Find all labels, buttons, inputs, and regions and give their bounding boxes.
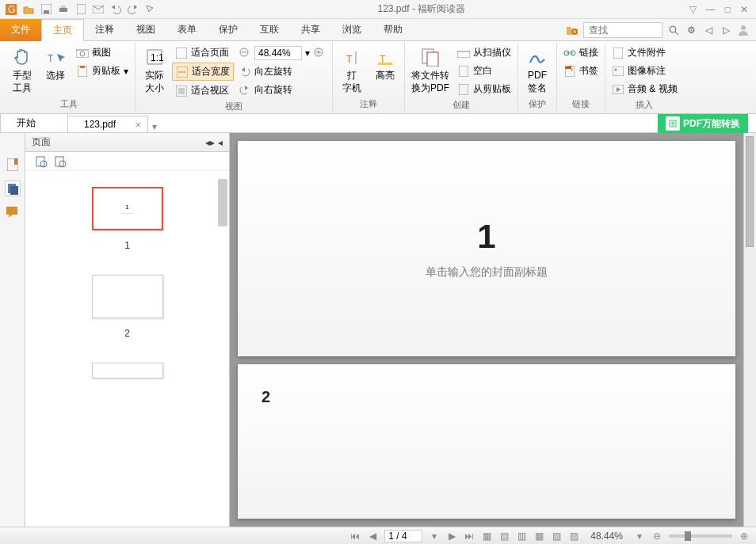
zoom-slider[interactable] — [669, 534, 732, 538]
page-icon[interactable] — [74, 3, 87, 16]
zoom-out-icon[interactable] — [239, 47, 251, 59]
tab-comment[interactable]: 注释 — [84, 19, 125, 41]
zoom-dropdown-icon[interactable]: ▾ — [305, 48, 310, 59]
zoom-in-status-icon[interactable]: ⊕ — [739, 531, 750, 542]
highlight-icon: T — [374, 46, 396, 68]
doctab-doc[interactable]: 123.pdf× — [67, 116, 148, 132]
first-page-icon[interactable]: ⏮ — [349, 531, 361, 542]
comments-panel-icon[interactable] — [5, 204, 21, 220]
open-icon[interactable] — [22, 3, 35, 16]
status-zoom-value: 48.44% — [590, 531, 623, 542]
thumbnail-2[interactable] — [92, 275, 163, 318]
fit-page-button[interactable]: 适合页面 — [172, 44, 234, 61]
search-icon[interactable] — [667, 24, 680, 36]
bookmarks-panel-icon[interactable] — [5, 157, 21, 173]
layout6-icon[interactable]: ▨ — [568, 531, 579, 542]
thumbs-zoom2-icon[interactable] — [54, 155, 67, 168]
thumbs-scrollbar[interactable] — [218, 179, 227, 226]
doctab-start[interactable]: 开始 — [0, 113, 68, 132]
rotate-left-button[interactable]: 向左旋转 — [235, 63, 329, 80]
vertical-scrollbar[interactable] — [743, 133, 756, 527]
minimize-icon[interactable]: ― — [706, 4, 716, 15]
nav-next-icon[interactable]: ▷ — [720, 24, 732, 36]
pdf-convert-banner[interactable]: PDF万能转换 — [658, 114, 748, 133]
print-icon[interactable] — [57, 3, 70, 16]
layout4-icon[interactable]: ▦ — [533, 531, 544, 542]
layout3-icon[interactable]: ▥ — [516, 531, 527, 542]
screenshot-button[interactable]: 截图 — [73, 44, 132, 61]
email-icon[interactable] — [92, 3, 105, 16]
convert-pdf-button[interactable]: 将文件转 换为PDF — [408, 44, 452, 96]
group-tools-label: 工具 — [6, 97, 132, 110]
tab-browse[interactable]: 浏览 — [331, 19, 372, 41]
tab-close-icon[interactable]: × — [136, 120, 141, 131]
link-label: 链接 — [579, 46, 598, 59]
next-page-icon[interactable]: ▶ — [446, 531, 457, 542]
blank-button[interactable]: 空白 — [454, 63, 514, 79]
image-annot-button[interactable]: 图像标注 — [609, 63, 681, 79]
rotate-right-button[interactable]: 向右旋转 — [235, 82, 329, 98]
thumbs-zoom-icon[interactable] — [35, 155, 48, 168]
panel-menu-icon[interactable]: ◂▸ — [205, 137, 215, 148]
document-viewer[interactable]: 1 单击输入您的封面副标题 2 — [230, 133, 743, 527]
page-number-input[interactable] — [384, 530, 422, 542]
thumbnail-1[interactable]: 1———— — [92, 187, 163, 230]
user-icon[interactable] — [737, 24, 750, 36]
cursor-dropdown-icon[interactable] — [144, 3, 157, 16]
typewriter-button[interactable]: T 打 字机 — [336, 44, 368, 96]
fit-visible-button[interactable]: 适合视区 — [172, 82, 234, 99]
fit-width-button[interactable]: 适合宽度 — [172, 63, 234, 81]
layout5-icon[interactable]: ▧ — [551, 531, 562, 542]
gear-icon[interactable]: ⚙ — [685, 24, 697, 36]
select-tool-button[interactable]: T 选择 — [40, 44, 71, 84]
tab-help[interactable]: 帮助 — [372, 19, 414, 41]
av-icon — [612, 83, 624, 96]
ribbon-toggle-icon[interactable]: ▽ — [689, 4, 697, 15]
attach-button[interactable]: 文件附件 — [609, 44, 681, 61]
zoom-slider-thumb[interactable] — [685, 531, 691, 541]
nav-prev-icon[interactable]: ◁ — [702, 24, 715, 36]
clipboard-label: 剪贴板 — [92, 64, 120, 78]
folder-search-icon[interactable] — [566, 24, 578, 36]
page-dropdown-icon[interactable]: ▾ — [429, 531, 440, 542]
clipboard-button[interactable]: 剪贴板▾ — [73, 63, 132, 79]
zoom-dropdown2-icon[interactable]: ▾ — [634, 531, 645, 542]
from-scanner-button[interactable]: 从扫描仪 — [454, 44, 514, 61]
from-clipboard-button[interactable]: 从剪贴板 — [454, 81, 514, 97]
close-icon[interactable]: ✕ — [740, 4, 748, 15]
search-input[interactable] — [583, 22, 662, 38]
thumbnail-3[interactable] — [92, 363, 163, 379]
hand-icon — [11, 46, 33, 68]
zoom-in-icon[interactable] — [313, 47, 326, 59]
actual-size-button[interactable]: 1:1 实际 大小 — [139, 44, 170, 96]
bookmark-button[interactable]: 书签 — [560, 63, 601, 79]
select-label: 选择 — [46, 70, 65, 82]
file-menu[interactable]: 文件 — [0, 19, 41, 41]
zoom-input[interactable] — [254, 46, 302, 60]
save-icon[interactable] — [40, 3, 52, 16]
scrollbar-thumb[interactable] — [746, 136, 754, 247]
layout1-icon[interactable]: ▦ — [481, 531, 492, 542]
sign-label: PDF 签名 — [528, 70, 547, 94]
maximize-icon[interactable]: □ — [725, 4, 731, 15]
layout2-icon[interactable]: ▤ — [498, 531, 510, 542]
tab-form[interactable]: 表单 — [166, 19, 208, 41]
av-button[interactable]: 音频 & 视频 — [609, 81, 681, 97]
undo-icon[interactable] — [109, 3, 122, 16]
tab-view[interactable]: 视图 — [125, 19, 166, 41]
redo-icon[interactable] — [127, 3, 139, 16]
zoom-out-status-icon[interactable]: ⊖ — [651, 531, 662, 542]
link-button[interactable]: 链接 — [560, 44, 601, 61]
doctab-dropdown-icon[interactable]: ▾ — [152, 121, 157, 132]
tab-home[interactable]: 主页 — [41, 19, 84, 41]
tab-connect[interactable]: 互联 — [249, 19, 290, 41]
last-page-icon[interactable]: ⏭ — [464, 531, 475, 542]
hand-tool-button[interactable]: 手型 工具 — [6, 44, 38, 96]
prev-page-icon[interactable]: ◀ — [367, 531, 378, 542]
tab-share[interactable]: 共享 — [290, 19, 331, 41]
panel-collapse-icon[interactable]: ◂ — [218, 137, 223, 148]
tab-protect[interactable]: 保护 — [208, 19, 249, 41]
highlight-button[interactable]: T 高亮 — [369, 44, 401, 84]
pages-panel-icon[interactable] — [5, 181, 21, 196]
pdf-sign-button[interactable]: PDF 签名 — [521, 44, 553, 96]
